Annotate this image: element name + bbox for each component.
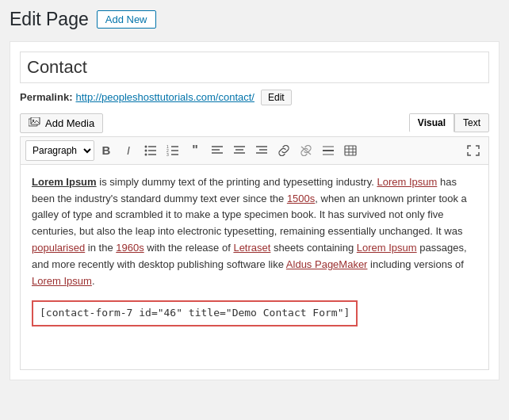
page-header: Edit Page Add New bbox=[10, 8, 499, 32]
toolbar-top-row: Add Media Visual Text bbox=[20, 113, 489, 133]
editor-container: Permalink: http://peopleshosttutorials.c… bbox=[10, 41, 499, 380]
align-left-button[interactable] bbox=[207, 140, 228, 161]
horizontal-rule-button[interactable] bbox=[318, 140, 339, 161]
italic-button[interactable]: I bbox=[118, 140, 139, 161]
post-title-input[interactable] bbox=[20, 52, 489, 83]
editor-toolbar: Paragraph B I 123 " bbox=[20, 136, 489, 164]
page-wrapper: Edit Page Add New Permalink: http://peop… bbox=[0, 0, 509, 420]
editor-content-area[interactable]: Lorem Ipsum is simply dummy text of the … bbox=[20, 164, 489, 370]
link-1500s[interactable]: 1500s bbox=[287, 193, 315, 204]
svg-text:3: 3 bbox=[166, 152, 169, 156]
fullscreen-button[interactable] bbox=[463, 140, 484, 161]
svg-point-8 bbox=[145, 153, 147, 155]
page-title: Edit Page bbox=[10, 8, 89, 32]
link-lorem-ipsum-3[interactable]: Lorem Ipsum bbox=[32, 275, 92, 287]
link-lorem-ipsum-2[interactable]: Lorem Ipsum bbox=[357, 242, 417, 254]
unordered-list-button[interactable] bbox=[140, 140, 161, 161]
svg-point-6 bbox=[145, 145, 147, 147]
link-aldus[interactable]: Aldus PageMaker bbox=[286, 258, 368, 270]
lorem-ipsum-link-1[interactable]: Lorem Ipsum bbox=[377, 176, 437, 188]
bold-button[interactable]: B bbox=[96, 140, 117, 161]
align-right-button[interactable] bbox=[251, 140, 272, 161]
permalink-row: Permalink: http://peopleshosttutorials.c… bbox=[20, 90, 489, 105]
insert-table-button[interactable] bbox=[340, 140, 361, 161]
svg-rect-1 bbox=[31, 117, 40, 124]
add-media-icon bbox=[29, 117, 41, 128]
text-tab[interactable]: Text bbox=[454, 113, 489, 132]
permalink-edit-button[interactable]: Edit bbox=[261, 90, 292, 105]
svg-point-7 bbox=[145, 149, 147, 151]
permalink-label: Permalink: bbox=[20, 91, 72, 103]
add-media-button[interactable]: Add Media bbox=[20, 113, 103, 133]
paragraph-select[interactable]: Paragraph bbox=[25, 140, 94, 161]
remove-link-button[interactable] bbox=[296, 140, 316, 161]
blockquote-button[interactable]: " bbox=[185, 140, 205, 161]
link-1960s[interactable]: 1960s bbox=[116, 242, 144, 254]
add-media-label: Add Media bbox=[45, 117, 94, 129]
link-popularised[interactable]: popularised bbox=[32, 242, 85, 254]
link-letraset[interactable]: Letraset bbox=[233, 242, 270, 254]
shortcode-block: [contact-form-7 id="46" title="Demo Cont… bbox=[32, 300, 358, 326]
permalink-link[interactable]: http://peopleshosttutorials.com/contact/ bbox=[75, 91, 254, 103]
lorem-ipsum-bold: Lorem Ipsum bbox=[32, 176, 97, 188]
visual-tab[interactable]: Visual bbox=[409, 113, 454, 132]
ordered-list-button[interactable]: 123 bbox=[163, 140, 183, 161]
svg-rect-28 bbox=[345, 146, 356, 155]
add-new-button[interactable]: Add New bbox=[97, 10, 156, 29]
insert-link-button[interactable] bbox=[274, 140, 294, 161]
content-paragraph: Lorem Ipsum is simply dummy text of the … bbox=[32, 174, 477, 290]
align-center-button[interactable] bbox=[229, 140, 250, 161]
visual-text-tabs: Visual Text bbox=[409, 113, 489, 132]
